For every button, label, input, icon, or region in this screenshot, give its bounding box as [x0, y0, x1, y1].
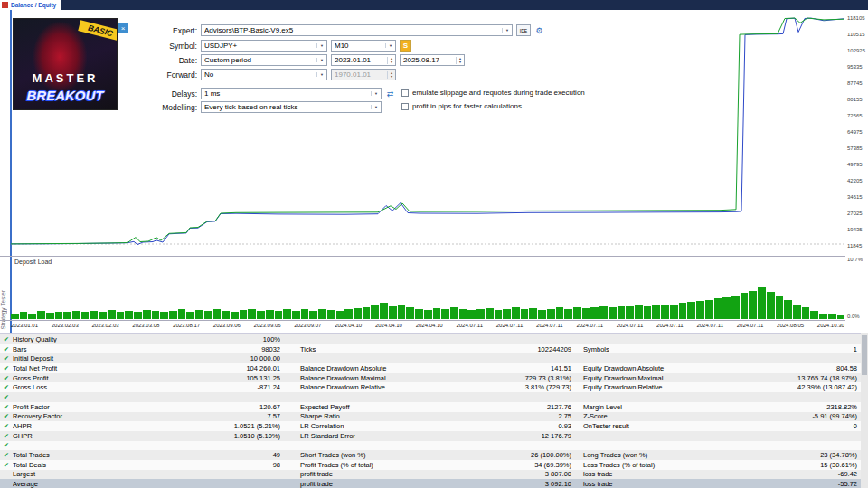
stats-cell: LR Standard Error — [280, 432, 495, 440]
stats-row[interactable]: ✔Bars98032Ticks102244209Symbols1 — [0, 344, 861, 354]
stats-cell: Z-Score — [571, 412, 769, 420]
deposit-bar — [661, 305, 669, 319]
x-axis-tick: 2023.09.06 — [254, 323, 281, 332]
deposit-bar — [564, 309, 572, 319]
strategy-tester-window: Balance / Equity Strategy Tester 1181051… — [0, 0, 868, 488]
deposit-bar — [415, 309, 423, 319]
refresh-icon[interactable]: ⇄ — [384, 88, 396, 99]
stats-row[interactable]: ✔Total Deals98Profit Trades (% of total)… — [0, 460, 861, 470]
stats-cell: 26 (100.00%) — [495, 451, 571, 459]
symbol-spec-button[interactable]: S — [400, 40, 411, 52]
stats-cell: 0 — [769, 422, 861, 430]
docked-panel-tab-label: Strategy Tester — [0, 290, 6, 330]
deposit-bar — [380, 303, 388, 319]
chevron-down-icon: ▼ — [371, 91, 381, 96]
ide-button[interactable]: IDE — [516, 24, 531, 36]
deposit-bar — [529, 308, 537, 319]
timeframe-select[interactable]: M10 ▼ — [331, 40, 396, 52]
equity-line — [11, 18, 844, 244]
check-icon: ✔ — [0, 412, 13, 420]
stats-cell: 1.0510 (5.10%) — [139, 432, 280, 440]
x-axis-tick: 2024.08.05 — [777, 323, 804, 332]
deposit-bar — [802, 307, 810, 319]
deposit-bar — [117, 312, 125, 319]
table-scrollbar[interactable] — [861, 333, 868, 488]
stats-cell: Total Trades — [13, 451, 139, 459]
forward-mode-select[interactable]: No ▼ — [201, 69, 327, 80]
scrollbar-thumb[interactable] — [862, 335, 867, 375]
stats-row[interactable]: ✔AHPR1.0521 (5.21%)LR Correlation0.93OnT… — [0, 421, 861, 431]
deposit-bar — [309, 311, 317, 319]
stats-row[interactable]: ✔History Quality100% — [0, 334, 861, 344]
forward-label: Forward: — [136, 70, 197, 80]
close-banner-button[interactable]: × — [118, 23, 128, 33]
ide-button-label: IDE — [520, 28, 527, 33]
deposit-bar — [450, 307, 458, 319]
stats-row[interactable]: ✔ — [0, 392, 861, 402]
stats-row[interactable]: ✔GHPR1.0510 (5.10%)LR Standard Error12 1… — [0, 431, 861, 441]
deposit-bar — [670, 305, 678, 319]
deposit-bar — [72, 311, 80, 319]
tab-balance-equity[interactable]: Balance / Equity — [0, 0, 61, 10]
deposit-load-chart — [11, 262, 844, 319]
stats-cell: Bars — [13, 345, 139, 353]
check-icon: ✔ — [0, 393, 13, 401]
deposit-bar — [679, 303, 687, 319]
deposit-bar — [371, 305, 379, 319]
stats-cell: 98 — [139, 461, 280, 469]
deposit-bar — [240, 310, 248, 319]
stats-cell: Initial Deposit — [13, 354, 139, 362]
stats-cell: Equity Drawdown Absolute — [571, 364, 769, 372]
pips-checkbox[interactable] — [401, 103, 409, 110]
stats-cell: 7.57 — [139, 412, 280, 420]
stats-row[interactable]: ✔Profit Factor120.67Expected Payoff2127.… — [0, 402, 861, 412]
stats-cell: 10 000.00 — [139, 354, 280, 362]
stats-row[interactable]: ✔ — [0, 441, 861, 451]
x-axis-tick: 2024.04.10 — [375, 323, 402, 332]
deposit-bar — [11, 314, 19, 319]
check-icon: ✔ — [0, 441, 13, 449]
stats-cell: 120.67 — [139, 403, 280, 411]
deposit-bar — [99, 312, 107, 319]
date-to-field[interactable]: 2025.08.17 ▴▾ — [400, 54, 465, 66]
stats-row[interactable]: Largestprofit trade3 807.00loss trade-69… — [0, 470, 861, 480]
deposit-bar — [521, 309, 529, 319]
stats-cell: Short Trades (won %) — [280, 451, 495, 459]
delays-select[interactable]: 1 ms ▼ — [201, 88, 382, 99]
stats-cell: 23 (34.78%) — [769, 451, 861, 459]
gear-icon[interactable]: ⚙ — [533, 24, 545, 36]
stats-row[interactable]: ✔Total Trades49Short Trades (won %)26 (1… — [0, 450, 861, 460]
date-mode-select[interactable]: Custom period ▼ — [201, 54, 327, 66]
stats-row[interactable]: ✔Gross Profit105 131.25Balance Drawdown … — [0, 373, 861, 383]
deposit-bar — [784, 300, 792, 319]
stats-row[interactable]: ✔Total Net Profit104 260.01Balance Drawd… — [0, 363, 861, 373]
check-icon: ✔ — [0, 432, 13, 440]
stats-row[interactable]: ✔Gross Loss-871.24Balance Drawdown Relat… — [0, 382, 861, 392]
deposit-max-label: 10.7% — [847, 257, 863, 262]
stats-cell: GHPR — [13, 432, 139, 440]
date-from-field[interactable]: 2023.01.01 ▴▾ — [331, 54, 396, 66]
modelling-select[interactable]: Every tick based on real ticks ▼ — [201, 101, 382, 113]
stats-row[interactable]: Averageprofit trade3 092.10loss trade-55… — [0, 479, 861, 488]
stats-cell: 804.58 — [769, 364, 861, 372]
spinner-icon[interactable]: ▴▾ — [387, 57, 395, 64]
deposit-bar — [819, 314, 827, 319]
symbol-select[interactable]: USDJPY+ ▼ — [201, 40, 327, 52]
stats-cell: -55.72 — [769, 480, 861, 488]
close-icon: × — [121, 24, 126, 33]
slippage-checkbox[interactable] — [401, 89, 409, 97]
spinner-icon[interactable]: ▴▾ — [456, 57, 464, 64]
stats-row[interactable]: ✔Initial Deposit10 000.00 — [0, 353, 861, 363]
expert-select[interactable]: Advisors\BTP-Basic-V9.ex5 ▼ — [201, 24, 513, 36]
divider — [0, 320, 845, 321]
stats-cell: profit trade — [280, 470, 495, 478]
stats-row[interactable]: ✔Recovery Factor7.57Sharpe Ratio2.75Z-Sc… — [0, 412, 861, 422]
deposit-bar — [222, 311, 230, 319]
stats-cell: Profit Factor — [13, 403, 139, 411]
stats-cell: 12 176.79 — [495, 432, 571, 440]
deposit-bar — [186, 312, 194, 319]
stats-cell: Loss Trades (% of total) — [571, 461, 769, 469]
x-axis-tick: 2024.07.11 — [656, 323, 684, 332]
stats-cell: Equity Drawdown Maximal — [571, 374, 769, 382]
x-axis-tick: 2023.03.08 — [132, 323, 159, 332]
